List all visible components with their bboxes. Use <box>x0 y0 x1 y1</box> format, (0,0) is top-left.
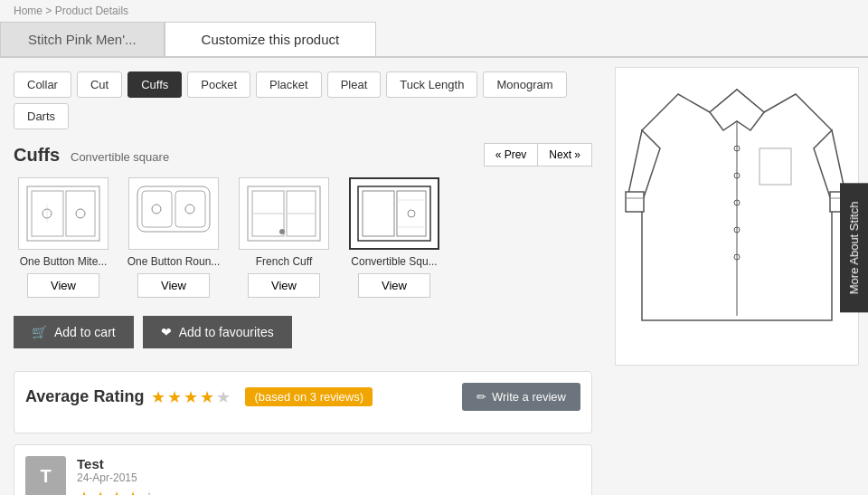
cuff-card-4: Convertible Squ... View <box>344 177 444 298</box>
cuff-cards: One Button Mite... View One B <box>14 177 592 298</box>
write-review-label: Write a review <box>492 390 566 404</box>
shirt-illustration <box>615 67 859 366</box>
star-4: ★ <box>200 387 214 407</box>
review-card: T Test 24-Apr-2015 ★ ★ ★ ★ ★ <box>14 444 592 495</box>
cart-label: Add to cart <box>54 325 116 339</box>
rating-stars: ★ ★ ★ ★ ★ <box>151 387 231 407</box>
reviewer-name: Test <box>77 456 156 471</box>
breadcrumb-product[interactable]: Product Details <box>55 5 128 17</box>
reviewer-avatar: T <box>25 456 66 495</box>
star-5: ★ <box>216 387 231 407</box>
prev-button[interactable]: « Prev <box>484 143 538 167</box>
review-count: (based on 3 reviews) <box>245 387 373 406</box>
next-button[interactable]: Next » <box>537 143 592 167</box>
star-1: ★ <box>151 387 165 407</box>
r-star-5: ★ <box>142 488 156 495</box>
pencil-icon: ✏ <box>476 390 486 404</box>
opt-darts[interactable]: Darts <box>14 103 69 129</box>
opt-tuck-length[interactable]: Tuck Length <box>386 71 477 98</box>
view-btn-4[interactable]: View <box>358 273 430 298</box>
cuff-name-2: One Button Roun... <box>127 255 221 268</box>
opt-monogram[interactable]: Monogram <box>483 71 566 98</box>
opt-cut[interactable]: Cut <box>77 71 122 98</box>
cuff-img-3[interactable] <box>239 177 329 250</box>
cuff-card-1: One Button Mite... View <box>14 177 113 298</box>
svg-rect-18 <box>363 191 394 236</box>
opt-placket[interactable]: Placket <box>256 71 322 98</box>
cuff-card-3: French Cuff View <box>234 177 334 298</box>
view-btn-2[interactable]: View <box>137 273 210 298</box>
svg-rect-23 <box>626 192 644 212</box>
cuff-img-2[interactable] <box>128 177 219 250</box>
action-buttons: 🛒 Add to cart ❤ Add to favourites <box>14 316 592 348</box>
cuff-name-1: One Button Mite... <box>20 255 108 268</box>
add-to-cart-button[interactable]: 🛒 Add to cart <box>14 316 134 348</box>
section-title: Cuffs <box>14 145 60 165</box>
breadcrumb-home[interactable]: Home <box>14 5 42 17</box>
opt-cuffs[interactable]: Cuffs <box>127 71 182 98</box>
rating-section: Average Rating ★ ★ ★ ★ ★ (based on 3 rev… <box>14 371 592 433</box>
svg-rect-7 <box>142 191 172 227</box>
view-btn-3[interactable]: View <box>248 273 320 298</box>
write-review-button[interactable]: ✏ Write a review <box>462 383 580 411</box>
add-to-favourites-button[interactable]: ❤ Add to favourites <box>143 316 292 348</box>
r-star-1: ★ <box>77 488 91 495</box>
svg-rect-1 <box>32 191 63 236</box>
tab-customize[interactable]: Customize this product <box>165 22 377 56</box>
rating-title: Average Rating <box>25 387 144 406</box>
review-stars: ★ ★ ★ ★ ★ <box>77 488 156 495</box>
svg-rect-19 <box>397 191 426 236</box>
cuff-card-2: One Button Roun... View <box>124 177 223 298</box>
product-tabs: Stitch Pink Men'... Customize this produ… <box>0 22 868 58</box>
star-2: ★ <box>167 387 182 407</box>
reviewer-date: 24-Apr-2015 <box>77 471 156 484</box>
cuff-name-3: French Cuff <box>256 255 312 268</box>
cart-icon: 🛒 <box>32 325 47 339</box>
star-3: ★ <box>184 387 198 407</box>
section-subtitle: Convertible square <box>71 150 169 164</box>
heart-icon: ❤ <box>161 325 172 339</box>
breadcrumb: Home > Product Details <box>0 0 868 22</box>
fav-label: Add to favourites <box>179 325 274 339</box>
view-btn-1[interactable]: View <box>27 273 99 298</box>
r-star-3: ★ <box>109 488 124 495</box>
opt-pocket[interactable]: Pocket <box>187 71 250 98</box>
opt-pleat[interactable]: Pleat <box>327 71 382 98</box>
cuff-name-4: Convertible Squ... <box>351 255 437 268</box>
more-about-stitch-tab[interactable]: More About Stitch <box>840 183 868 312</box>
r-star-4: ★ <box>126 488 140 495</box>
tab-stitch[interactable]: Stitch Pink Men'... <box>0 22 165 56</box>
svg-point-14 <box>279 229 285 234</box>
opt-collar[interactable]: Collar <box>14 71 71 98</box>
svg-rect-2 <box>66 191 95 236</box>
r-star-2: ★ <box>93 488 108 495</box>
svg-rect-8 <box>175 191 205 227</box>
cuff-img-1[interactable] <box>18 177 108 250</box>
cuff-img-4[interactable] <box>349 177 439 250</box>
options-row: Collar Cut Cuffs Pocket Placket Pleat Tu… <box>14 71 592 129</box>
